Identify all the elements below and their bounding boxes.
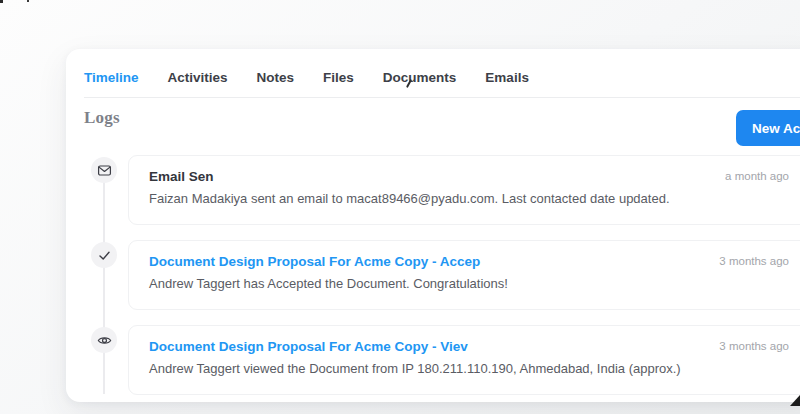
eye-icon <box>97 333 112 348</box>
timeline-marker-viewed <box>91 327 117 353</box>
log-entry-title-link[interactable]: Document Design Proposal For Acme Copy -… <box>149 254 709 269</box>
envelope-icon <box>97 163 112 178</box>
log-entry-document-viewed[interactable]: Document Design Proposal For Acme Copy -… <box>128 325 800 395</box>
new-activity-button[interactable]: New Activity <box>736 110 800 146</box>
screen: Timeline Activities Notes Files Document… <box>0 0 800 414</box>
tab-emails[interactable]: Emails <box>485 69 529 87</box>
tab-documents[interactable]: Documents <box>383 69 457 87</box>
timeline-panel: Timeline Activities Notes Files Document… <box>66 49 800 402</box>
log-entry-description: Andrew Taggert has Accepted the Document… <box>149 276 789 291</box>
tab-bar: Timeline Activities Notes Files Document… <box>84 69 529 87</box>
timeline-connector-line <box>103 170 105 394</box>
timeline-marker-email <box>91 157 117 183</box>
check-icon <box>97 248 112 263</box>
log-entry-document-accepted[interactable]: Document Design Proposal For Acme Copy -… <box>128 240 800 310</box>
log-entry-description: Andrew Taggert viewed the Document from … <box>149 361 789 376</box>
screenshot-artifact <box>27 0 29 2</box>
log-entry-title-link[interactable]: Document Design Proposal For Acme Copy -… <box>149 339 709 354</box>
log-entry-timestamp: 3 months ago <box>719 340 789 352</box>
log-entry-timestamp: 3 months ago <box>719 255 789 267</box>
tab-activities[interactable]: Activities <box>168 69 228 87</box>
section-title-logs: Logs <box>84 108 120 128</box>
tab-timeline[interactable]: Timeline <box>84 69 139 87</box>
log-entry-description: Faizan Madakiya sent an email to macat89… <box>149 191 789 206</box>
log-entry-title: Email Sen <box>149 169 709 184</box>
screenshot-artifact <box>0 0 3 3</box>
tab-divider <box>84 97 800 98</box>
timeline-marker-accepted <box>91 242 117 268</box>
log-entry-timestamp: a month ago <box>725 170 789 182</box>
tab-notes[interactable]: Notes <box>257 69 295 87</box>
log-entry-email-sent[interactable]: Email Sen Faizan Madakiya sent an email … <box>128 155 800 225</box>
tab-files[interactable]: Files <box>323 69 354 87</box>
